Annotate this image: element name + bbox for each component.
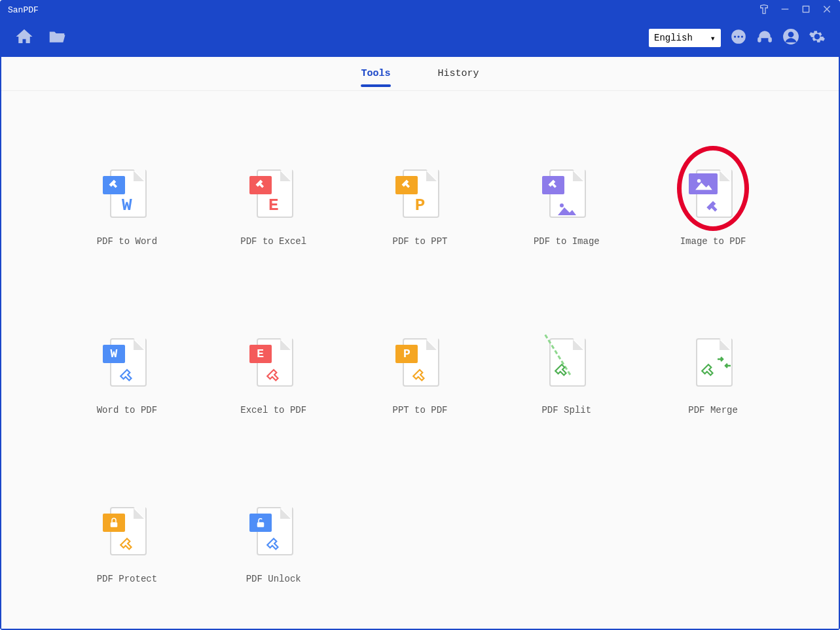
svg-point-7: [741, 35, 743, 37]
tool-label: Word to PDF: [97, 405, 157, 415]
svg-rect-14: [111, 522, 118, 527]
minimize-icon[interactable]: [780, 4, 790, 17]
theme-icon[interactable]: [759, 4, 769, 17]
tool-label: PDF Merge: [688, 405, 738, 415]
tool-label: Excel to PDF: [240, 405, 306, 415]
tool-label: PDF to PPT: [392, 236, 447, 247]
svg-point-13: [697, 179, 701, 183]
support-icon[interactable]: [756, 28, 773, 48]
tab-history-label: History: [438, 68, 479, 79]
tool-pdf-to-excel[interactable]: E PDF to Excel: [207, 169, 340, 247]
tool-label: PDF to Excel: [240, 236, 306, 247]
svg-rect-1: [803, 6, 809, 12]
tool-pdf-protect[interactable]: PDF Protect: [60, 507, 194, 584]
app-window: SanPDF English ▾ Tools History: [0, 0, 840, 630]
app-title: SanPDF: [8, 5, 39, 15]
tool-word-to-pdf[interactable]: W Word to PDF: [60, 338, 194, 415]
tool-excel-to-pdf[interactable]: E Excel to PDF: [207, 338, 340, 415]
svg-rect-8: [758, 37, 761, 43]
image-to-pdf-icon: [689, 169, 737, 224]
svg-point-12: [560, 203, 564, 207]
pdf-unlock-icon: [249, 507, 298, 562]
tool-label: PDF Unlock: [246, 574, 301, 584]
tab-history[interactable]: History: [434, 59, 483, 88]
maximize-icon[interactable]: [801, 4, 811, 17]
settings-icon[interactable]: [809, 28, 826, 48]
pdf-protect-icon: [103, 507, 151, 562]
svg-rect-9: [768, 37, 771, 43]
pdf-to-image-icon: [542, 169, 591, 224]
content-area: W PDF to Word E PDF to Excel P PDF to: [1, 91, 839, 629]
pdf-split-icon: [542, 338, 591, 393]
open-folder-icon[interactable]: [47, 27, 67, 50]
close-icon[interactable]: [822, 4, 832, 17]
tool-label: PDF Protect: [97, 574, 157, 584]
word-to-pdf-icon: W: [103, 338, 151, 393]
tool-pdf-to-word[interactable]: W PDF to Word: [60, 169, 194, 247]
tab-tools-label: Tools: [361, 68, 390, 79]
tool-image-to-pdf[interactable]: Image to PDF: [646, 169, 780, 247]
pdf-to-excel-icon: E: [249, 169, 298, 224]
ppt-to-pdf-icon: P: [395, 338, 444, 393]
tab-bar: Tools History: [1, 57, 839, 91]
tool-label: PDF to Word: [97, 236, 157, 247]
account-icon[interactable]: [782, 28, 799, 48]
pdf-merge-icon: [689, 338, 737, 393]
pdf-to-word-icon: W: [103, 169, 151, 224]
tool-label: PPT to PDF: [392, 405, 447, 415]
feedback-icon[interactable]: [730, 28, 747, 48]
tool-label: PDF to Image: [534, 236, 600, 247]
svg-point-5: [734, 35, 736, 37]
svg-point-6: [737, 35, 739, 37]
tools-grid: W PDF to Word E PDF to Excel P PDF to: [60, 169, 780, 584]
tool-pdf-to-ppt[interactable]: P PDF to PPT: [354, 169, 487, 247]
excel-to-pdf-icon: E: [249, 338, 298, 393]
home-icon[interactable]: [14, 27, 34, 50]
toolbar: English ▾: [1, 19, 839, 57]
tool-pdf-merge[interactable]: PDF Merge: [646, 338, 780, 415]
svg-point-11: [788, 31, 794, 37]
tool-label: PDF Split: [541, 405, 591, 415]
language-label: English: [654, 33, 693, 43]
titlebar: SanPDF: [1, 1, 839, 19]
tool-pdf-split[interactable]: PDF Split: [500, 338, 633, 415]
tool-label: Image to PDF: [680, 236, 746, 247]
tool-pdf-unlock[interactable]: PDF Unlock: [207, 507, 340, 584]
language-select[interactable]: English ▾: [649, 29, 721, 47]
tool-pdf-to-image[interactable]: PDF to Image: [500, 169, 633, 247]
tab-tools[interactable]: Tools: [357, 59, 394, 88]
tool-ppt-to-pdf[interactable]: P PPT to PDF: [354, 338, 487, 415]
pdf-to-ppt-icon: P: [395, 169, 444, 224]
chevron-down-icon: ▾: [710, 33, 716, 44]
svg-rect-15: [257, 522, 264, 527]
